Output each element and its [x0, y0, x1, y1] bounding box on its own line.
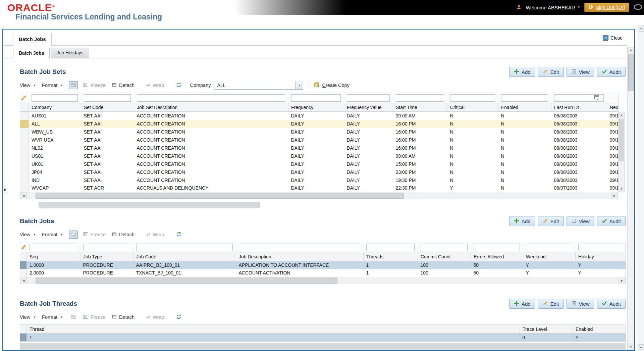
cell[interactable]: DAILY — [288, 160, 344, 168]
sign-out-button[interactable]: Sign Out [QA] — [584, 3, 629, 12]
scroll-right-button[interactable]: ▶ — [619, 277, 625, 284]
cell[interactable]: N — [447, 136, 498, 144]
cell[interactable]: DAILY — [288, 128, 344, 136]
cell[interactable]: SET-AAI — [81, 112, 134, 120]
jobs-audit-button[interactable]: Audit — [597, 216, 626, 226]
cell[interactable]: SET-AAI — [81, 144, 134, 152]
cell[interactable]: N — [447, 152, 498, 160]
filter-input-errors-allowed[interactable] — [474, 244, 520, 251]
column-header-threads[interactable]: Threads — [364, 252, 418, 261]
cell[interactable]: 19:30 PM — [393, 176, 447, 184]
row-selector[interactable] — [20, 160, 29, 168]
cell[interactable]: 09/1 — [607, 176, 619, 184]
filter-input-holiday[interactable] — [578, 244, 623, 251]
filter-input-critical[interactable] — [450, 94, 495, 102]
cell[interactable]: 08/08/2003 — [551, 160, 607, 168]
cell[interactable]: ALL — [29, 120, 81, 128]
cell[interactable]: Y — [576, 269, 626, 277]
create-copy-button[interactable]: Create Copy — [314, 82, 349, 89]
cell[interactable]: ACCOUNT CREATION — [134, 128, 288, 136]
filter-input-job-description[interactable] — [239, 244, 360, 251]
cell[interactable]: 16:00 PM — [393, 144, 447, 152]
cell[interactable]: DAILY — [344, 136, 393, 144]
table-row[interactable]: JP04SET-AAIACCOUNT CREATIONDAILYDAILY23:… — [20, 168, 619, 176]
cell[interactable]: SET-AAI — [81, 152, 134, 160]
table-row[interactable]: 2.0000PROCEDURETXNACT_BJ_100_01ACCOUNT A… — [20, 269, 626, 277]
cell[interactable]: N — [498, 136, 551, 144]
cell[interactable]: 09/1 — [607, 152, 619, 160]
scroll-left-button[interactable]: ◀ — [20, 192, 27, 199]
filter-go-icon[interactable] — [594, 95, 599, 101]
cell[interactable]: N — [447, 144, 498, 152]
column-header-enabled[interactable]: Enabled — [498, 103, 551, 112]
job-sets-edit-button[interactable]: Edit — [538, 67, 564, 77]
cell[interactable]: DAILY — [344, 112, 393, 120]
cell[interactable]: ACCOUNT CREATION — [134, 112, 288, 120]
filter-input-start-time[interactable] — [396, 94, 444, 102]
filter-input-company[interactable] — [32, 94, 78, 102]
cell[interactable]: N — [447, 160, 498, 168]
table-row[interactable]: 1.0000PROCEDUREAAIPRC_BJ_100_01APPLICATI… — [20, 261, 626, 269]
jobs-view-button[interactable]: View — [567, 216, 594, 226]
jobs-edit-button[interactable]: Edit — [538, 216, 564, 226]
cell[interactable]: N — [498, 160, 551, 168]
column-header-commit-count[interactable]: Commit Count — [418, 252, 471, 261]
cell[interactable]: DAILY — [288, 168, 344, 176]
cell[interactable]: PROCEDURE — [80, 261, 133, 269]
cell[interactable]: UK01 — [29, 160, 81, 168]
cell[interactable]: N — [498, 112, 551, 120]
query-by-example-toggle[interactable] — [69, 81, 78, 89]
cell[interactable]: N — [498, 176, 551, 184]
cell[interactable]: JP04 — [29, 168, 81, 176]
cell[interactable]: 1.0000 — [27, 261, 80, 269]
cell[interactable]: DAILY — [344, 160, 393, 168]
cell[interactable]: TXNACT_BJ_100_01 — [133, 269, 236, 277]
table-row[interactable]: UK01SET-AAIACCOUNT CREATIONDAILYDAILY15:… — [20, 160, 619, 168]
row-selector[interactable] — [20, 184, 29, 192]
cell[interactable]: 50 — [471, 269, 523, 277]
cell[interactable]: 23:00 PM — [393, 168, 447, 176]
scroll-down-button[interactable]: ▼ — [638, 344, 644, 351]
column-header-next[interactable]: Next — [607, 103, 619, 112]
cell[interactable]: DAILY — [288, 184, 344, 192]
column-header-set-code[interactable]: Set Code — [81, 103, 134, 112]
cell[interactable]: 09/1 — [607, 160, 619, 168]
filter-input-weekend[interactable] — [526, 244, 572, 251]
splitter-expand-handle[interactable]: ▶ — [3, 185, 8, 194]
filter-input-job-type[interactable] — [83, 244, 130, 251]
cell[interactable]: DAILY — [344, 120, 393, 128]
cell[interactable]: 1 — [364, 269, 418, 277]
column-header-errors-allowed[interactable]: Errors Allowed — [471, 252, 523, 261]
cell[interactable]: SET-AAI — [81, 136, 134, 144]
cell[interactable]: DAILY — [344, 184, 393, 192]
cell[interactable]: DAILY — [288, 176, 344, 184]
query-by-example-toggle[interactable] — [69, 231, 78, 239]
column-header-weekend[interactable]: Weekend — [523, 252, 576, 261]
cell[interactable]: WVR USA — [29, 136, 81, 144]
cell[interactable]: WBW_US — [29, 128, 81, 136]
cell[interactable]: 16:00 PM — [393, 120, 447, 128]
cell[interactable]: N — [498, 120, 551, 128]
table-row[interactable]: US01SET-AAIACCOUNT CREATIONDAILYDAILY09:… — [20, 152, 619, 160]
scrollbar-track[interactable] — [27, 192, 611, 199]
job-sets-audit-button[interactable]: Audit — [597, 67, 626, 77]
scrollbar-track[interactable] — [27, 277, 619, 284]
row-selector[interactable] — [20, 334, 27, 342]
cell[interactable]: SET-ACR — [81, 184, 134, 192]
close-button[interactable]: ✕ Close — [603, 35, 623, 41]
filter-input-job-code[interactable] — [136, 244, 233, 251]
cell[interactable]: ACCOUNT CREATION — [134, 136, 288, 144]
cell[interactable]: Y — [576, 261, 626, 269]
filter-input-frequency-value[interactable] — [347, 94, 390, 102]
row-selector[interactable] — [20, 168, 29, 176]
cell[interactable]: DAILY — [288, 136, 344, 144]
column-header-seq[interactable]: Seq — [27, 252, 80, 261]
table-row[interactable]: AUS01SET-AAIACCOUNT CREATIONDAILYDAILY09… — [20, 112, 619, 120]
cell[interactable]: 08/08/2003 — [551, 144, 607, 152]
cell[interactable]: N — [498, 152, 551, 160]
cell[interactable]: ACCOUNT CREATION — [134, 160, 288, 168]
cell[interactable]: N — [447, 168, 498, 176]
cell[interactable]: 15:00 PM — [393, 160, 447, 168]
cell[interactable]: Y — [523, 261, 576, 269]
cell[interactable]: ACCOUNT CREATION — [134, 152, 288, 160]
